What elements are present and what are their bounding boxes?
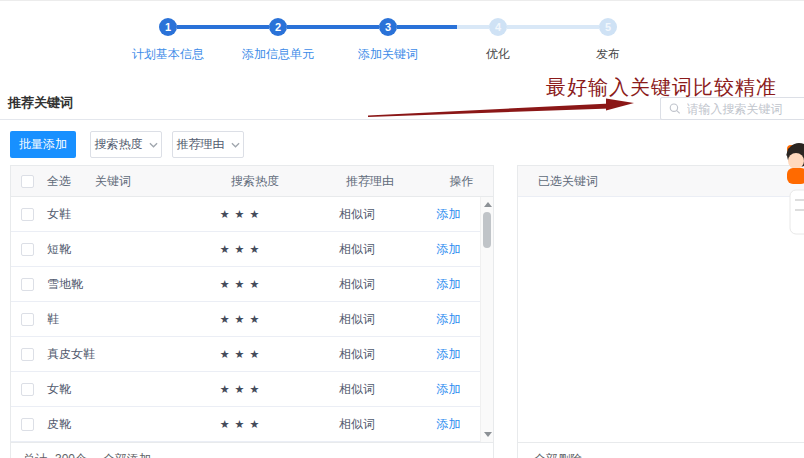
selected-keywords-panel: 已选关键词 全部删除 (517, 165, 804, 458)
delete-all-link[interactable]: 全部删除 (534, 452, 582, 458)
heat-stars: ★★★ (187, 208, 297, 221)
step-1-plan-basic-info[interactable]: 1 计划基本信息 (113, 18, 223, 63)
step-3-label: 添加关键词 (333, 46, 443, 63)
keyword-search-box[interactable] (660, 97, 804, 120)
row-checkbox[interactable] (21, 313, 34, 326)
keyword-cell: 鞋 (47, 311, 187, 328)
reason-cell: 相似词 (297, 381, 417, 398)
add-link[interactable]: 添加 (437, 242, 461, 256)
table-body: 女鞋 ★★★ 相似词 添加 短靴 ★★★ 相似词 添加 雪地靴 ★★★ 相似词 … (11, 197, 493, 442)
chevron-down-icon (231, 142, 240, 148)
keyword-cell: 皮靴 (47, 416, 187, 433)
selected-panel-footer: 全部删除 (518, 442, 804, 458)
chevron-down-icon (149, 142, 158, 148)
heat-stars: ★★★ (187, 383, 297, 396)
scroll-down-icon[interactable] (484, 432, 492, 437)
keyword-cell: 真皮女鞋 (47, 346, 187, 363)
row-checkbox[interactable] (21, 243, 34, 256)
table-row: 雪地靴 ★★★ 相似词 添加 (11, 267, 480, 302)
mascot-icon (780, 140, 804, 250)
reason-cell: 相似词 (297, 206, 417, 223)
row-checkbox[interactable] (21, 348, 34, 361)
scrollbar-thumb[interactable] (483, 212, 491, 248)
reason-cell: 相似词 (297, 311, 417, 328)
keyword-cell: 女靴 (47, 381, 187, 398)
table-row: 女鞋 ★★★ 相似词 添加 (11, 197, 480, 232)
table-header-row: 全选 关键词 搜索热度 推荐理由 操作 (11, 166, 493, 197)
annotation-arrow-icon (360, 95, 645, 125)
add-link[interactable]: 添加 (437, 277, 461, 291)
row-checkbox[interactable] (21, 383, 34, 396)
total-label: 总计 (23, 452, 47, 458)
column-header-reason: 推荐理由 (310, 173, 430, 190)
column-header-heat: 搜索热度 (200, 173, 310, 190)
keyword-cell: 短靴 (47, 241, 187, 258)
reason-filter-dropdown[interactable]: 推荐理由 (172, 131, 244, 158)
add-link[interactable]: 添加 (437, 207, 461, 221)
step-3-dot: 3 (379, 18, 397, 36)
step-3-add-keywords[interactable]: 3 添加关键词 (333, 18, 443, 63)
selected-panel-title: 已选关键词 (538, 173, 598, 190)
row-checkbox[interactable] (21, 208, 34, 221)
step-5-label: 发布 (553, 46, 663, 63)
table-row: 皮靴 ★★★ 相似词 添加 (11, 407, 480, 442)
table-row: 短靴 ★★★ 相似词 添加 (11, 232, 480, 267)
heat-stars: ★★★ (187, 348, 297, 361)
total-count: 300个 (55, 452, 87, 458)
batch-add-button[interactable]: 批量添加 (10, 131, 76, 158)
step-4-dot: 4 (489, 18, 507, 36)
add-link[interactable]: 添加 (437, 312, 461, 326)
step-1-label: 计划基本信息 (113, 46, 223, 63)
row-checkbox[interactable] (21, 418, 34, 431)
step-5-publish[interactable]: 5 发布 (553, 18, 663, 63)
step-1-dot: 1 (159, 18, 177, 36)
add-all-link[interactable]: 全部添加 (103, 452, 151, 458)
table-row: 真皮女鞋 ★★★ 相似词 添加 (11, 337, 480, 372)
selected-panel-body (518, 197, 804, 442)
add-link[interactable]: 添加 (437, 347, 461, 361)
reason-cell: 相似词 (297, 241, 417, 258)
search-heat-filter-label: 搜索热度 (95, 136, 143, 153)
table-row: 鞋 ★★★ 相似词 添加 (11, 302, 480, 337)
heat-stars: ★★★ (187, 278, 297, 291)
step-2-label: 添加信息单元 (223, 46, 333, 63)
step-4-label: 优化 (443, 46, 553, 63)
column-header-action: 操作 (430, 173, 493, 190)
search-heat-filter-dropdown[interactable]: 搜索热度 (90, 131, 162, 158)
step-2-add-info-unit[interactable]: 2 添加信息单元 (223, 18, 333, 63)
step-5-dot: 5 (599, 18, 617, 36)
row-checkbox[interactable] (21, 278, 34, 291)
select-all-label: 全选 (47, 173, 95, 190)
reason-cell: 相似词 (297, 346, 417, 363)
top-border-line (0, 0, 804, 1)
table-footer: 总计300个全部添加 (11, 442, 493, 458)
keyword-cell: 雪地靴 (47, 276, 187, 293)
search-icon (669, 102, 681, 115)
table-scrollbar[interactable] (480, 197, 493, 442)
mascot-widget[interactable] (780, 140, 804, 250)
table-row: 女靴 ★★★ 相似词 添加 (11, 372, 480, 407)
column-header-keyword: 关键词 (95, 173, 131, 190)
heat-stars: ★★★ (187, 313, 297, 326)
reason-cell: 相似词 (297, 416, 417, 433)
reason-filter-label: 推荐理由 (177, 136, 225, 153)
select-all-checkbox[interactable] (21, 175, 34, 188)
step-2-dot: 2 (269, 18, 287, 36)
step-4-optimize[interactable]: 4 优化 (443, 18, 553, 63)
heat-stars: ★★★ (187, 243, 297, 256)
scroll-up-icon[interactable] (484, 202, 492, 207)
keyword-cell: 女鞋 (47, 206, 187, 223)
heat-stars: ★★★ (187, 418, 297, 431)
recommended-keywords-table: 全选 关键词 搜索热度 推荐理由 操作 女鞋 ★★★ 相似词 添加 短靴 ★★★… (10, 165, 494, 458)
page-title: 推荐关键词 (8, 94, 73, 112)
search-input[interactable] (687, 102, 804, 116)
selected-panel-header: 已选关键词 (518, 166, 804, 197)
add-link[interactable]: 添加 (437, 417, 461, 431)
reason-cell: 相似词 (297, 276, 417, 293)
add-link[interactable]: 添加 (437, 382, 461, 396)
